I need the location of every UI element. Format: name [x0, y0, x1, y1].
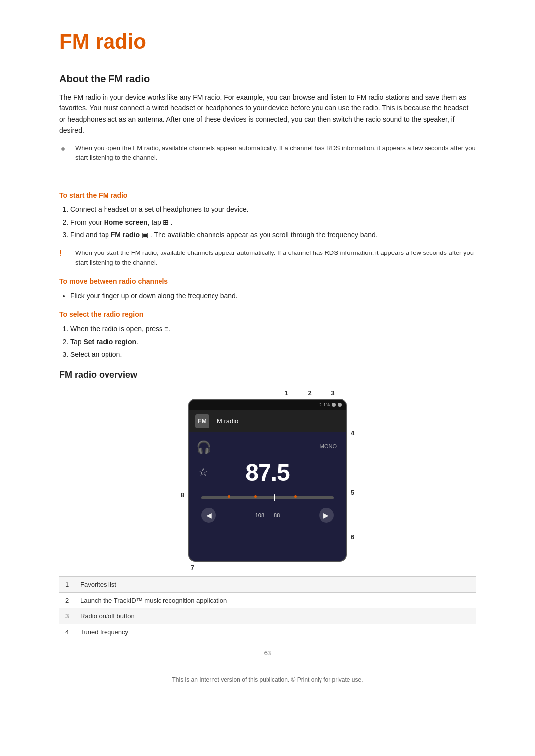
fm-freq-bar — [201, 496, 334, 499]
table-num-4: 4 — [65, 628, 80, 636]
table-label-3: Radio on/off button — [80, 612, 470, 620]
select-region-section: To select the radio region When the radi… — [59, 310, 476, 360]
start-fm-title: To start the FM radio — [59, 191, 476, 199]
about-section: About the FM radio The FM radio in your … — [59, 73, 476, 163]
fm-mono-label: MONO — [320, 443, 337, 449]
fm-overview-title: FM radio overview — [59, 370, 476, 380]
page-number: 63 — [59, 649, 476, 656]
overview-table: 1 Favorites list 2 Launch the TrackID™ m… — [59, 576, 476, 640]
status-dot-2 — [338, 403, 342, 407]
warning-box: ! When you start the FM radio, available… — [59, 248, 476, 268]
move-channels-bullets: Flick your finger up or down along the f… — [70, 290, 476, 302]
callout-2: 2 — [308, 389, 311, 397]
callout-1: 1 — [284, 389, 288, 397]
warning-text: When you start the FM radio, available c… — [75, 248, 476, 268]
bullet-1: Flick your finger up or down along the f… — [70, 290, 476, 302]
select-region-steps: When the radio is open, press ≡. Tap Set… — [70, 323, 476, 360]
start-fm-steps: Connect a headset or a set of headphones… — [70, 204, 476, 241]
move-channels-title: To move between radio channels — [59, 277, 476, 285]
fm-freq-marker — [274, 494, 275, 501]
table-num-1: 1 — [65, 581, 80, 588]
callout-4: 4 — [351, 429, 354, 437]
fm-app-icon: FM — [195, 414, 209, 428]
start-fm-section: To start the FM radio Connect a headset … — [59, 191, 476, 268]
fm-image-container: 1 2 3 8 ? 1% — [59, 389, 476, 571]
step-2: From your Home screen, tap ⊞ . — [70, 217, 476, 229]
table-row-3: 3 Radio on/off button — [59, 608, 476, 624]
fm-freq-low: 108 — [255, 512, 264, 518]
fm-frequency-number: 87.5 — [245, 459, 289, 486]
fm-phone-mockup: ? 1% FM FM radio MONO — [188, 399, 347, 562]
page-title: FM radio — [59, 30, 476, 53]
fm-prev-button[interactable]: ◀ — [201, 508, 216, 523]
fm-freq-high: 88 — [274, 512, 280, 518]
callout-8: 8 — [181, 491, 184, 499]
step-1: Connect a headset or a set of headphones… — [70, 204, 476, 216]
region-step-2: Tap Set radio region. — [70, 336, 476, 348]
callout-7: 7 — [191, 564, 194, 571]
step-3: Find and tap FM radio ▣ . The available … — [70, 229, 476, 241]
table-label-1: Favorites list — [80, 581, 470, 588]
status-bar: ? 1% — [189, 400, 346, 410]
page-footer: This is an Internet version of this publ… — [59, 676, 476, 683]
tip-box-1: ✦ When you open the FM radio, available … — [59, 143, 476, 163]
fm-overview-section: FM radio overview 1 2 3 8 ? 1% — [59, 370, 476, 640]
region-step-3: Select an option. — [70, 349, 476, 361]
callout-3: 3 — [331, 389, 335, 397]
fm-freq-bottom: 108 88 — [255, 512, 280, 518]
about-title: About the FM radio — [59, 73, 476, 85]
region-step-1: When the radio is open, press ≡. — [70, 323, 476, 335]
select-region-title: To select the radio region — [59, 310, 476, 318]
divider-1 — [59, 177, 476, 177]
callout-6: 6 — [351, 533, 354, 541]
table-label-4: Tuned frequency — [80, 628, 470, 636]
table-label-2: Launch the TrackID™ music recognition ap… — [80, 597, 470, 604]
table-num-2: 2 — [65, 597, 80, 604]
table-row-4: 4 Tuned frequency — [59, 624, 476, 640]
fm-main-area: MONO 🎧 ☆ 87.5 — [189, 432, 346, 561]
table-row-1: 1 Favorites list — [59, 577, 476, 593]
fm-app-title: FM radio — [213, 417, 238, 425]
fm-frequency-display: ☆ 87.5 — [196, 459, 339, 486]
tip-icon-1: ✦ — [59, 144, 70, 154]
warning-icon: ! — [59, 249, 70, 259]
fm-bottom-controls: ◀ 108 88 ▶ — [196, 506, 339, 526]
fm-app-header: FM FM radio — [189, 410, 346, 432]
table-num-3: 3 — [65, 612, 80, 620]
headphone-icon: 🎧 — [196, 440, 211, 454]
status-dot-1 — [332, 403, 336, 407]
table-row-2: 2 Launch the TrackID™ music recognition … — [59, 593, 476, 608]
tip-text-1: When you open the FM radio, available ch… — [75, 143, 476, 163]
callout-5: 5 — [351, 489, 354, 496]
about-body: The FM radio in your device works like a… — [59, 92, 476, 136]
move-channels-section: To move between radio channels Flick you… — [59, 277, 476, 302]
fm-next-button[interactable]: ▶ — [319, 508, 334, 523]
